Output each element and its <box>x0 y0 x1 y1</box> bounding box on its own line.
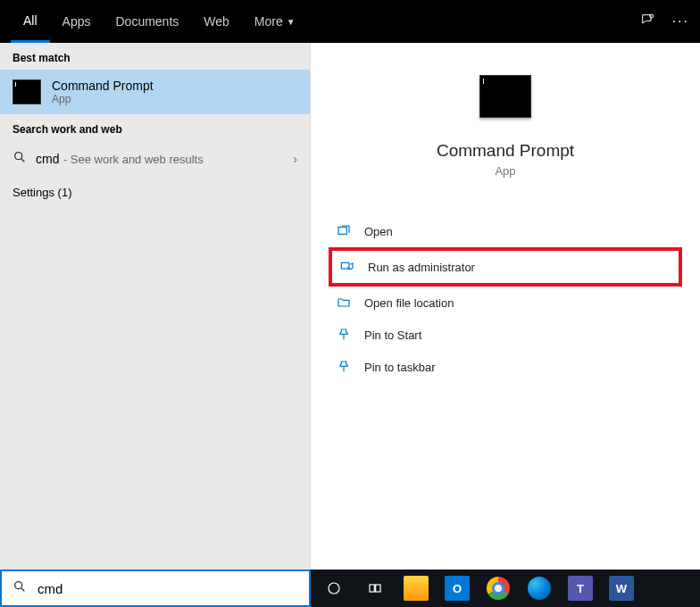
file-explorer-icon[interactable] <box>398 570 434 606</box>
detail-subtitle: App <box>495 164 515 178</box>
tab-documents[interactable]: Documents <box>103 0 191 43</box>
action-open[interactable]: Open <box>329 215 682 247</box>
search-work-web-header: Search work and web <box>0 114 310 141</box>
detail-app-icon <box>479 75 531 118</box>
action-run-as-administrator[interactable]: Run as administrator <box>329 247 682 287</box>
command-prompt-icon <box>12 79 41 104</box>
chrome-icon[interactable] <box>480 570 516 606</box>
search-icon <box>12 579 27 597</box>
detail-panel: Command Prompt App Open Run as administr… <box>321 54 689 559</box>
svg-rect-3 <box>338 227 346 234</box>
action-pin-start-label: Pin to Start <box>364 328 421 342</box>
svg-point-7 <box>15 582 22 589</box>
chevron-right-icon: › <box>293 152 297 166</box>
best-match-header: Best match <box>0 43 310 70</box>
open-icon <box>336 223 352 239</box>
settings-category[interactable]: Settings (1) <box>0 177 310 208</box>
action-open-label: Open <box>364 225 393 238</box>
web-hint: - See work and web results <box>63 153 204 166</box>
result-command-prompt[interactable]: Command Prompt App <box>0 70 310 114</box>
action-open-location-label: Open file location <box>364 296 454 310</box>
result-title: Command Prompt <box>52 79 154 93</box>
edge-icon[interactable] <box>521 570 557 606</box>
cortana-icon[interactable] <box>316 570 352 606</box>
action-pin-to-start[interactable]: Pin to Start <box>329 319 682 351</box>
search-icon <box>12 150 27 168</box>
detail-title: Command Prompt <box>437 141 574 161</box>
results-panel: Best match Command Prompt App Search wor… <box>0 43 311 570</box>
svg-point-1 <box>15 153 22 160</box>
search-bar[interactable] <box>0 570 311 607</box>
action-pin-to-taskbar[interactable]: Pin to taskbar <box>329 351 682 383</box>
action-open-file-location[interactable]: Open file location <box>329 287 682 319</box>
web-query: cmd <box>36 152 59 166</box>
chevron-down-icon: ▼ <box>287 17 296 27</box>
more-options-icon[interactable]: ··· <box>672 13 689 29</box>
result-subtitle: App <box>52 93 154 105</box>
action-run-admin-label: Run as administrator <box>368 261 475 274</box>
task-view-icon[interactable] <box>357 570 393 606</box>
action-pin-taskbar-label: Pin to taskbar <box>364 361 436 374</box>
svg-rect-11 <box>376 585 380 592</box>
tab-more[interactable]: More ▼ <box>242 0 308 43</box>
pin-start-icon <box>336 327 352 343</box>
taskbar: O T W <box>311 570 700 607</box>
tab-web[interactable]: Web <box>191 0 242 43</box>
svg-rect-10 <box>370 585 374 592</box>
web-result-cmd[interactable]: cmd - See work and web results › <box>0 141 310 177</box>
word-icon[interactable]: W <box>604 570 639 606</box>
svg-point-9 <box>329 583 339 594</box>
svg-line-2 <box>21 159 24 162</box>
pin-taskbar-icon <box>336 359 352 375</box>
outlook-icon[interactable]: O <box>439 570 475 606</box>
tab-all[interactable]: All <box>11 0 50 43</box>
teams-icon[interactable]: T <box>562 570 598 606</box>
folder-icon <box>336 295 352 311</box>
svg-point-0 <box>649 14 653 18</box>
feedback-icon[interactable] <box>640 12 654 30</box>
admin-shield-icon <box>339 259 355 275</box>
svg-line-8 <box>21 588 24 591</box>
search-tabs: All Apps Documents Web More ▼ ··· <box>0 0 700 43</box>
tab-more-label: More <box>254 14 283 29</box>
tab-apps[interactable]: Apps <box>50 0 104 43</box>
search-input[interactable] <box>38 581 298 596</box>
